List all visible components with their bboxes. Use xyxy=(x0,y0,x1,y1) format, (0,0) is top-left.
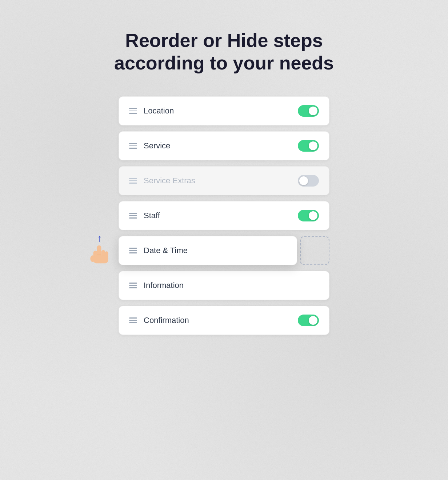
drag-cursor: ↑ xyxy=(89,233,109,268)
svg-point-5 xyxy=(90,255,95,262)
step-label-service-extras: Service Extras xyxy=(144,176,195,185)
step-item-information: Information xyxy=(119,271,329,300)
drag-handle-service[interactable] xyxy=(129,143,137,149)
toggle-confirmation[interactable] xyxy=(298,315,319,326)
step-left: Staff xyxy=(129,211,160,220)
step-label-information: Information xyxy=(144,281,184,290)
page-title: Reorder or Hide steps according to your … xyxy=(114,29,334,75)
step-item-staff: Staff xyxy=(119,201,329,230)
drag-placeholder xyxy=(300,236,329,265)
step-item-service: Service xyxy=(119,131,329,160)
step-item-confirmation: Confirmation xyxy=(119,306,329,335)
drag-handle-confirmation[interactable] xyxy=(129,317,137,323)
toggle-service-extras[interactable] xyxy=(298,175,319,187)
step-left: Service xyxy=(129,141,170,151)
step-left: Location xyxy=(129,106,174,116)
step-left: Information xyxy=(129,281,184,290)
toggle-service[interactable] xyxy=(298,140,319,152)
svg-rect-0 xyxy=(97,245,101,257)
step-item-location: Location xyxy=(119,96,329,125)
step-label-staff: Staff xyxy=(144,211,160,220)
step-left: Confirmation xyxy=(129,316,189,325)
page-wrapper: Reorder or Hide steps according to your … xyxy=(7,29,441,335)
step-left: Service Extras xyxy=(129,176,195,185)
svg-rect-4 xyxy=(93,255,108,263)
steps-list: Location Service xyxy=(119,96,329,335)
hand-icon xyxy=(89,245,109,268)
drag-row: ↑ xyxy=(119,236,329,265)
drag-handle-staff[interactable] xyxy=(129,213,137,219)
step-label-confirmation: Confirmation xyxy=(144,316,189,325)
drag-handle-date-time[interactable] xyxy=(129,248,137,253)
cursor-up-arrow: ↑ xyxy=(97,233,101,243)
step-label-service: Service xyxy=(144,141,170,151)
toggle-location[interactable] xyxy=(298,105,319,117)
step-label-location: Location xyxy=(144,106,174,116)
step-label-date-time: Date & Time xyxy=(144,246,188,255)
drag-handle-information[interactable] xyxy=(129,283,137,288)
step-item-date-time-dragging[interactable]: Date & Time xyxy=(119,236,297,265)
step-item-service-extras: Service Extras xyxy=(119,166,329,195)
toggle-staff[interactable] xyxy=(298,210,319,221)
drag-section: ↑ xyxy=(119,236,329,265)
drag-handle-service-extras[interactable] xyxy=(129,178,137,184)
drag-handle-location[interactable] xyxy=(129,108,137,114)
